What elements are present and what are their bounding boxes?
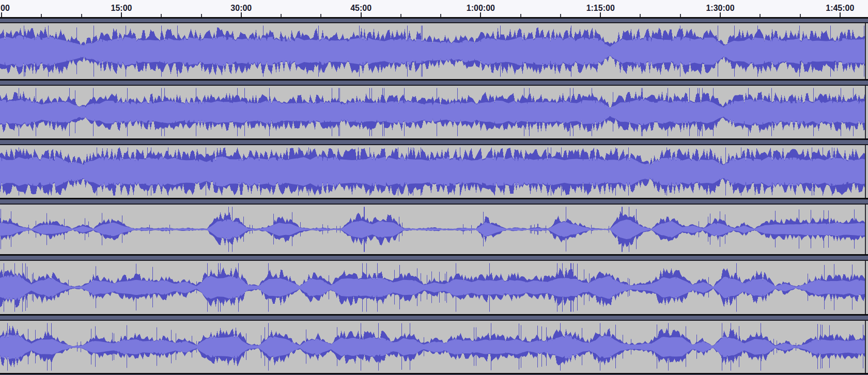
timeline-tick (840, 12, 841, 17)
timeline-tick (640, 14, 641, 17)
track-separator[interactable] (0, 254, 868, 261)
timeline-tick (241, 12, 242, 17)
timeline-time-label: 45:00 (350, 4, 371, 13)
tracks-bottom-spacer (0, 373, 868, 375)
timeline-tick (720, 12, 721, 17)
timeline-tick (81, 14, 82, 17)
audio-track-4[interactable] (0, 205, 868, 254)
timeline-tick (201, 14, 202, 17)
timeline-tick (400, 14, 401, 17)
timeline-time-label: 1:30:00 (706, 4, 734, 13)
audio-track-6[interactable] (0, 321, 868, 373)
timeline-ruler[interactable]: 0015:0030:0045:001:00:001:15:001:30:001:… (0, 0, 868, 19)
track-separator[interactable] (0, 19, 868, 23)
audacity-track-window: 0015:0030:0045:001:00:001:15:001:30:001:… (0, 0, 868, 375)
timeline-time-label: 15:00 (111, 4, 132, 13)
timeline-time-label: 1:15:00 (586, 4, 615, 13)
audio-track-2[interactable] (0, 86, 868, 138)
timeline-tick (600, 12, 601, 17)
track-separator[interactable] (0, 198, 868, 205)
timeline-tick (560, 14, 561, 17)
timeline-time-label: 1:45:00 (826, 4, 854, 13)
waveform-canvas[interactable] (0, 205, 868, 254)
waveform-canvas[interactable] (0, 321, 868, 373)
tracks-panel (0, 19, 868, 375)
timeline-tick (800, 14, 801, 17)
waveform-canvas[interactable] (0, 86, 868, 138)
timeline-tick (520, 14, 521, 17)
timeline-tick (161, 14, 162, 17)
timeline-time-label: 00 (1, 4, 10, 13)
timeline-tick (121, 12, 122, 17)
timeline-time-label: 30:00 (230, 4, 252, 13)
timeline-tick (320, 14, 321, 17)
track-separator[interactable] (0, 138, 868, 145)
waveform-canvas[interactable] (0, 145, 868, 198)
timeline-tick (480, 12, 481, 17)
timeline-tick (680, 14, 681, 17)
timeline-tick (361, 12, 362, 17)
timeline-tick (41, 14, 42, 17)
timeline-tick (760, 14, 761, 17)
waveform-canvas[interactable] (0, 23, 868, 79)
audio-track-5[interactable] (0, 261, 868, 314)
timeline-tick (440, 14, 441, 17)
waveform-canvas[interactable] (0, 261, 868, 314)
timeline-time-label: 1:00:00 (467, 4, 495, 13)
track-separator[interactable] (0, 314, 868, 321)
timeline-tick (1, 12, 2, 17)
audio-track-3[interactable] (0, 145, 868, 198)
timeline-tick (281, 14, 282, 17)
audio-track-1[interactable] (0, 23, 868, 79)
track-separator[interactable] (0, 79, 868, 86)
